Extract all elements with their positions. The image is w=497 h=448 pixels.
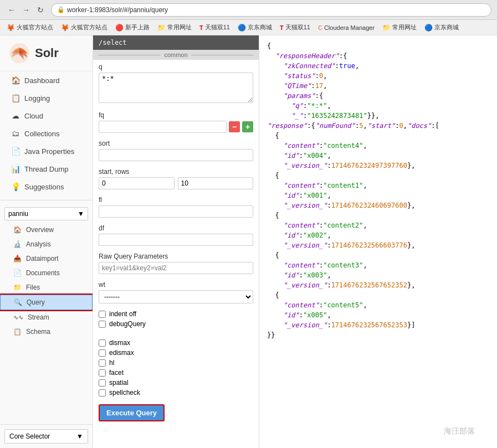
df-input[interactable] xyxy=(99,234,253,246)
chevron-down-icon-bottom: ▼ xyxy=(76,432,83,440)
core-nav-schema[interactable]: 📋 Schema xyxy=(0,325,93,339)
core-section: panniu ▼ 🏠 Overview 🔬 Analysis 📥 Dataimp… xyxy=(0,200,93,339)
wt-select[interactable]: ------- json xml csv python ruby php geo… xyxy=(99,290,253,303)
hl-checkbox[interactable] xyxy=(99,359,106,367)
logging-icon: 📋 xyxy=(11,94,20,102)
spellcheck-label: spellcheck xyxy=(109,389,140,396)
address-bar[interactable]: 🔒 worker-1:8983/solr/#/panniu/query xyxy=(51,3,491,17)
bookmark-huohudingfang2[interactable]: 🦊 火狐官方站点 xyxy=(58,22,111,33)
fq-row: − + xyxy=(99,121,253,133)
sidebar-item-java-properties[interactable]: 📄 Java Properties xyxy=(0,142,93,160)
core-selector-dropdown[interactable]: panniu ▼ xyxy=(4,207,88,220)
back-button[interactable]: ← xyxy=(6,4,18,16)
files-icon: 📁 xyxy=(13,284,22,291)
red-icon: 🔴 xyxy=(115,24,124,32)
thread-icon: 📊 xyxy=(11,164,20,173)
bookmark-changyongwangzhi1[interactable]: 📁 常用网址 xyxy=(154,22,195,33)
fq-minus-button[interactable]: − xyxy=(229,121,240,132)
jd-icon2: 🔵 xyxy=(424,24,433,32)
debug-query-item: debugQuery xyxy=(99,319,253,329)
core-nav-documents[interactable]: 📄 Documents xyxy=(0,266,93,280)
spellcheck-checkbox[interactable] xyxy=(99,389,106,396)
q-input[interactable]: *:* xyxy=(99,73,253,103)
schema-icon: 📋 xyxy=(13,328,22,336)
debug-query-checkbox[interactable] xyxy=(99,321,106,328)
q-label: q xyxy=(99,63,253,71)
core-nav-files[interactable]: 📁 Files xyxy=(0,280,93,295)
fq-plus-button[interactable]: + xyxy=(242,121,253,132)
sidebar-item-suggestions[interactable]: 💡 Suggestions xyxy=(0,178,93,195)
indent-off-checkbox[interactable] xyxy=(99,311,106,318)
json-response: { "responseHeader":{ "zkConnected":true,… xyxy=(267,41,489,340)
solr-logo: Solr xyxy=(0,35,93,71)
core-selector-bottom[interactable]: Core Selector ▼ xyxy=(4,429,88,444)
fq-group: fq − + xyxy=(93,108,259,136)
dataimport-icon: 📥 xyxy=(13,255,22,262)
checkboxes-top: indent off debugQuery xyxy=(93,307,259,331)
bookmark-changyongwangzhi2[interactable]: 📁 常用网址 xyxy=(379,22,420,33)
sort-label: sort xyxy=(99,140,253,147)
query-icon: 🔍 xyxy=(14,298,22,306)
hl-item: hl xyxy=(99,358,253,368)
documents-icon: 📄 xyxy=(13,269,22,277)
dismax-checkbox[interactable] xyxy=(99,339,106,347)
raw-query-group: Raw Query Parameters xyxy=(93,249,259,277)
lock-icon: 🔒 xyxy=(57,6,65,13)
firefox-icon: 🦊 xyxy=(7,24,15,32)
facet-item: facet xyxy=(99,368,253,378)
indent-off-label: indent off xyxy=(109,310,136,318)
raw-query-input[interactable] xyxy=(99,262,253,274)
query-panel: /select common q *:* fq − + sort start, … xyxy=(93,35,259,448)
suggestions-icon: 💡 xyxy=(11,182,20,191)
q-group: q *:* xyxy=(93,60,259,108)
start-input[interactable] xyxy=(99,177,175,189)
raw-query-label: Raw Query Parameters xyxy=(99,253,253,260)
sidebar-item-thread-dump[interactable]: 📊 Thread Dump xyxy=(0,160,93,178)
common-section-header: common xyxy=(93,50,259,60)
sidebar-item-dashboard[interactable]: 🏠 Dashboard xyxy=(0,71,93,89)
checkboxes-advanced: dismax edismax hl facet spatial spellche… xyxy=(93,336,259,400)
sidebar-item-logging[interactable]: 📋 Logging xyxy=(0,89,93,107)
core-nav-dataimport[interactable]: 📥 Dataimport xyxy=(0,251,93,266)
bookmark-tianmao2[interactable]: T 天猫双11 xyxy=(276,22,314,33)
wt-label: wt xyxy=(99,281,253,289)
fq-input[interactable] xyxy=(99,121,227,133)
sidebar: Solr 🏠 Dashboard 📋 Logging ☁ Cloud 🗂 Col… xyxy=(0,35,93,448)
bookmark-cloudera[interactable]: C Cloudera Manager xyxy=(315,23,378,32)
jd-icon: 🔵 xyxy=(238,24,246,32)
core-nav-analysis[interactable]: 🔬 Analysis xyxy=(0,237,93,251)
bookmark-jingdong[interactable]: 🔵 京东商城 xyxy=(234,22,275,33)
tianmao-icon: T xyxy=(199,24,203,31)
sidebar-item-cloud[interactable]: ☁ Cloud xyxy=(0,107,93,125)
rows-input[interactable] xyxy=(178,177,254,189)
java-icon: 📄 xyxy=(11,147,20,156)
browser-bar: ← → ↻ 🔒 worker-1:8983/solr/#/panniu/quer… xyxy=(0,0,497,20)
core-nav-stream[interactable]: ∿∿ Stream xyxy=(0,310,93,325)
edismax-label: edismax xyxy=(109,349,134,357)
forward-button[interactable]: → xyxy=(20,4,32,16)
execute-query-button[interactable]: Execute Query xyxy=(99,404,165,421)
chevron-down-icon: ▼ xyxy=(78,210,84,218)
solr-wordmark: Solr xyxy=(35,46,59,60)
reload-button[interactable]: ↻ xyxy=(34,4,47,16)
df-group: df xyxy=(93,221,259,249)
start-rows-label: start, rows xyxy=(99,168,253,176)
dismax-label: dismax xyxy=(109,339,130,347)
query-url-display: /select xyxy=(93,35,259,50)
facet-checkbox[interactable] xyxy=(99,369,106,377)
bookmarks-bar: 🦊 火狐官方站点 🦊 火狐官方站点 🔴 新手上路 📁 常用网址 T 天猫双11 … xyxy=(0,20,497,35)
analysis-icon: 🔬 xyxy=(13,240,22,248)
bookmark-jingdong2[interactable]: 🔵 京东商城 xyxy=(421,22,462,33)
core-nav-query[interactable]: 🔍 Query xyxy=(0,295,93,310)
spatial-checkbox[interactable] xyxy=(99,379,106,387)
core-nav-overview[interactable]: 🏠 Overview xyxy=(0,223,93,237)
sidebar-item-collections[interactable]: 🗂 Collections xyxy=(0,125,93,142)
fl-input[interactable] xyxy=(99,205,253,218)
bookmark-huohudingfang1[interactable]: 🦊 火狐官方站点 xyxy=(3,22,57,33)
bookmark-tianmao1[interactable]: T 天猫双11 xyxy=(196,22,233,33)
sort-input[interactable] xyxy=(99,149,253,161)
edismax-checkbox[interactable] xyxy=(99,349,106,357)
bookmark-xinshoushanglv[interactable]: 🔴 新手上路 xyxy=(112,22,153,33)
edismax-item: edismax xyxy=(99,348,253,358)
tianmao-icon2: T xyxy=(280,24,284,31)
